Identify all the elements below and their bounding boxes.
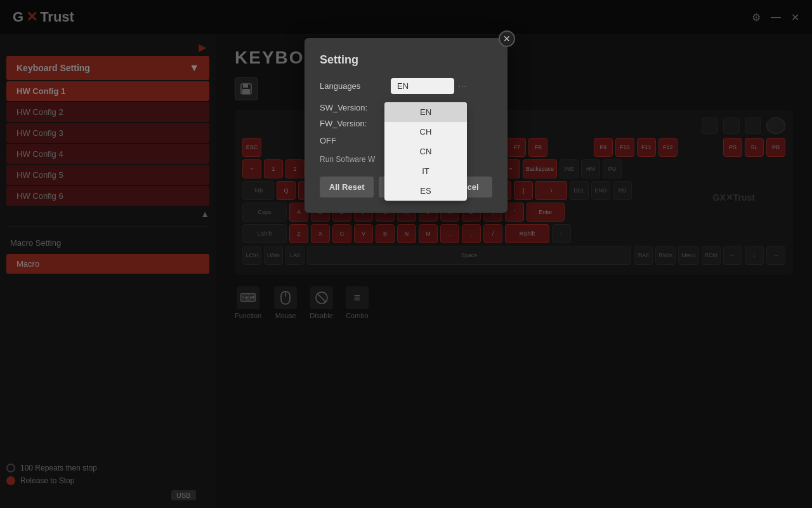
modal-title: Setting	[320, 53, 492, 67]
languages-label: Languages	[320, 81, 383, 91]
modal-languages-row: Languages EN ··· EN CH CN IT ES	[320, 78, 492, 94]
language-value: EN	[397, 81, 409, 91]
modal-close-button[interactable]: ✕	[499, 30, 515, 47]
off-label: OFF	[320, 136, 383, 145]
dropdown-item-ch[interactable]: CH	[384, 122, 467, 142]
fw-version-label: FW_Version:	[320, 119, 383, 128]
all-reset-button[interactable]: All Reset	[320, 177, 374, 197]
modal-overlay: ✕ Setting Languages EN ··· EN CH CN IT E…	[0, 0, 812, 508]
setting-modal: ✕ Setting Languages EN ··· EN CH CN IT E…	[304, 38, 508, 213]
language-dropdown: EN CH CN IT ES	[384, 102, 467, 201]
dropdown-item-it[interactable]: IT	[384, 161, 467, 181]
dropdown-item-en[interactable]: EN	[384, 102, 467, 122]
dropdown-item-cn[interactable]: CN	[384, 142, 467, 161]
sw-version-label: SW_Version:	[320, 103, 383, 112]
language-select[interactable]: EN	[391, 78, 454, 94]
dropdown-item-es[interactable]: ES	[384, 181, 467, 201]
language-dots[interactable]: ···	[458, 81, 466, 92]
